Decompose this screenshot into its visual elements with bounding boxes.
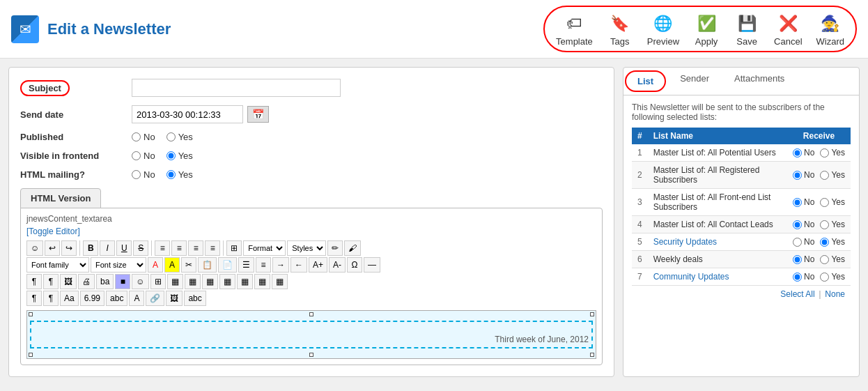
tb-r4[interactable]: 6.99 — [80, 291, 104, 306]
drag-handle-tr[interactable] — [590, 312, 594, 316]
no-radio[interactable] — [793, 171, 802, 180]
tb-font-inc[interactable]: A+ — [309, 257, 327, 273]
select-all-link[interactable]: Select All — [780, 289, 814, 299]
no-radio-label[interactable]: No — [793, 220, 814, 229]
tb-paint[interactable]: 🖌 — [344, 240, 361, 256]
yes-radio[interactable] — [820, 198, 829, 207]
visible-no-option[interactable]: No — [132, 151, 155, 161]
drag-handle-tc[interactable] — [309, 312, 313, 316]
no-radio-label[interactable]: No — [793, 254, 814, 264]
toggle-editor[interactable]: [Toggle Editor] — [26, 227, 596, 236]
tb-x1[interactable]: ✂ — [181, 257, 196, 273]
tb-pilcrow[interactable]: ¶ — [26, 274, 42, 289]
yes-radio[interactable] — [820, 171, 829, 180]
no-radio-label[interactable]: No — [793, 197, 814, 207]
tb-r2[interactable]: ¶ — [43, 291, 59, 306]
calendar-button[interactable]: 📅 — [247, 106, 269, 123]
tb-align-left[interactable]: ≡ — [155, 240, 170, 256]
drag-handle-bc[interactable] — [309, 353, 313, 357]
no-radio-label[interactable]: No — [793, 237, 814, 247]
tb-italic[interactable]: I — [100, 240, 115, 256]
font-size-select[interactable]: Font size — [91, 257, 146, 273]
tb-col1[interactable]: ▦ — [167, 274, 183, 289]
tb-x3[interactable]: 📄 — [218, 257, 237, 273]
visible-no-radio[interactable] — [132, 151, 141, 160]
tb-emoticon[interactable]: ☺ — [132, 274, 148, 289]
html-mailing-no-radio[interactable] — [132, 170, 141, 179]
tb-align-justify[interactable]: ≡ — [205, 240, 220, 256]
send-date-input[interactable] — [132, 105, 243, 123]
editor-canvas[interactable]: Third week of June, 2012 — [26, 310, 596, 359]
subject-input[interactable] — [132, 79, 341, 97]
font-family-select[interactable]: Font family — [26, 257, 89, 273]
format-select[interactable]: Format — [243, 240, 286, 256]
wizard-button[interactable]: 🧙 Wizard — [812, 10, 848, 48]
published-yes-radio[interactable] — [166, 132, 176, 141]
tb-outdent[interactable]: ← — [290, 257, 307, 273]
html-mailing-no-option[interactable]: No — [132, 169, 155, 180]
tb-r1[interactable]: ¶ — [26, 291, 42, 306]
apply-button[interactable]: ✅ Apply — [689, 10, 724, 48]
yes-radio-label[interactable]: Yes — [820, 254, 845, 264]
tb-eraser[interactable]: ✏ — [327, 240, 343, 256]
tb-font-dec[interactable]: A- — [329, 257, 346, 273]
no-radio-label[interactable]: No — [793, 272, 814, 282]
tb-r8[interactable]: 🖼 — [166, 291, 183, 306]
tb-print[interactable]: 🖨 — [78, 274, 95, 289]
tab-sender[interactable]: Sender — [667, 68, 722, 95]
yes-radio[interactable] — [820, 255, 829, 264]
drag-handle-tl[interactable] — [29, 312, 33, 316]
no-radio[interactable] — [793, 198, 802, 207]
cancel-button[interactable]: ❌ Cancel — [770, 10, 806, 48]
yes-radio[interactable] — [820, 220, 829, 229]
save-button[interactable]: 💾 Save — [729, 10, 764, 48]
tb-r3[interactable]: Aa — [60, 291, 79, 306]
no-radio-label[interactable]: No — [793, 170, 814, 180]
tb-col7[interactable]: ▦ — [272, 274, 288, 289]
tb-r5[interactable]: abc — [106, 291, 127, 306]
tb-redo[interactable]: ↪ — [61, 240, 77, 256]
yes-radio[interactable] — [820, 238, 829, 247]
tb-col3[interactable]: ▦ — [202, 274, 218, 289]
tab-attachments[interactable]: Attachments — [722, 68, 797, 95]
tb-source[interactable]: ⊞ — [226, 240, 242, 256]
no-radio-label[interactable]: No — [793, 148, 814, 158]
tb-align-right[interactable]: ≡ — [188, 240, 203, 256]
list-name[interactable]: Security Updates — [648, 233, 787, 251]
tb-strikethrough[interactable]: S — [133, 240, 148, 256]
tb-indent[interactable]: → — [272, 257, 289, 273]
tb-align-center[interactable]: ≡ — [171, 240, 187, 256]
tb-spell[interactable]: ba — [96, 274, 114, 289]
published-no-radio[interactable] — [132, 132, 141, 141]
tb-hr[interactable]: — — [364, 257, 380, 273]
yes-radio-label[interactable]: Yes — [820, 170, 845, 180]
none-link[interactable]: None — [825, 289, 845, 299]
html-mailing-yes-option[interactable]: Yes — [166, 169, 193, 180]
no-radio[interactable] — [793, 238, 802, 247]
tab-list[interactable]: List — [625, 70, 666, 92]
tb-col2[interactable]: ▦ — [185, 274, 201, 289]
published-yes-option[interactable]: Yes — [166, 132, 193, 142]
yes-radio-label[interactable]: Yes — [820, 237, 845, 247]
styles-select[interactable]: Styles — [287, 240, 326, 256]
template-button[interactable]: 🏷 Template — [552, 10, 597, 48]
tags-button[interactable]: 🔖 Tags — [603, 10, 637, 48]
tb-col4[interactable]: ▦ — [219, 274, 235, 289]
no-radio[interactable] — [793, 220, 802, 229]
drag-handle-br[interactable] — [590, 353, 594, 357]
yes-radio-label[interactable]: Yes — [820, 272, 845, 282]
tb-pilcrow2[interactable]: ¶ — [43, 274, 59, 289]
no-radio[interactable] — [793, 148, 802, 158]
drag-handle-bl[interactable] — [29, 353, 33, 357]
no-radio[interactable] — [793, 255, 802, 264]
no-radio[interactable] — [793, 273, 802, 282]
yes-radio-label[interactable]: Yes — [820, 197, 845, 207]
tb-col6[interactable]: ▦ — [254, 274, 270, 289]
tb-col5[interactable]: ▦ — [237, 274, 253, 289]
preview-button[interactable]: 🌐 Preview — [643, 10, 683, 48]
yes-radio[interactable] — [820, 273, 829, 282]
tb-highlight[interactable]: A — [164, 257, 180, 273]
tb-underline[interactable]: U — [116, 240, 132, 256]
yes-radio-label[interactable]: Yes — [820, 220, 845, 229]
tb-undo[interactable]: ↩ — [45, 240, 60, 256]
